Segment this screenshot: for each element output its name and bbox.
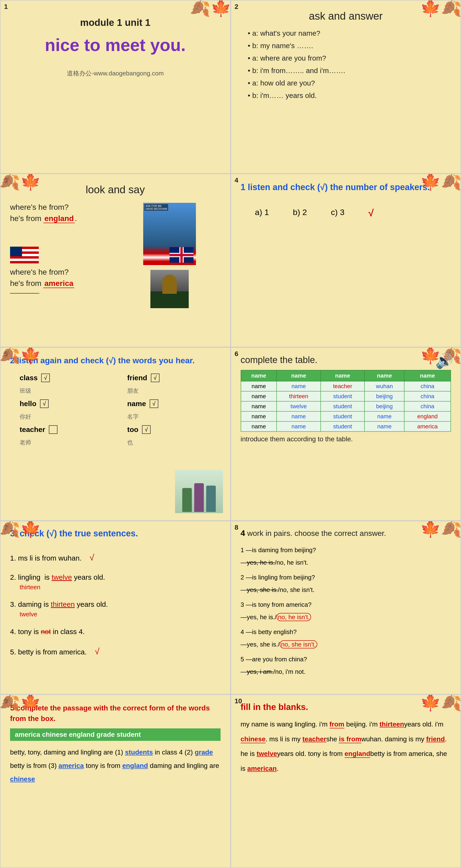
cell-number-8: 8: [235, 524, 239, 531]
vocabulary-table: name name name name name name name teach…: [241, 370, 451, 432]
cell-r4c3: student: [321, 411, 365, 422]
a1: —yes, he is./no, he isn't.: [241, 556, 451, 569]
option-b: b) 2: [293, 208, 307, 218]
cell-3: 3 🍂🍁 look and say where's he from? he's …: [0, 174, 230, 347]
answer-america: america: [58, 762, 84, 769]
cell-9: 9 🍂🍁 5 complete the passage with the cor…: [0, 694, 230, 868]
qa-5: 5 —are you from china? —yes, i am./no, i…: [241, 653, 451, 678]
cell-6: 6 🍁🍂 🔊 complete the table. name name nam…: [230, 347, 461, 521]
check-5: √: [95, 647, 99, 656]
sentence-3: 3. daming is thirteen years old. twelve: [10, 596, 221, 621]
cell-r4c5: england: [404, 411, 451, 422]
cell-number-6: 6: [235, 350, 239, 358]
table-row: name thirteen student beijing china: [241, 391, 451, 401]
cell-r2c5: china: [404, 391, 451, 401]
word-name: name: [127, 400, 146, 408]
people-illustration: [175, 470, 223, 513]
qa-section: 1 —is daming from beijing? —yes, he is./…: [241, 544, 451, 678]
website-footer: 道格办公-www.daogebangong.com: [10, 69, 221, 78]
cell-number-3: 3: [4, 177, 8, 184]
word-teacher: teacher: [20, 426, 45, 434]
table-row: name name student name america: [241, 422, 451, 432]
blank-line: [10, 293, 39, 293]
col-header-1: name: [241, 370, 277, 381]
cell-r5c3: student: [321, 422, 365, 432]
table-row: name name student name england: [241, 411, 451, 422]
a3: —yes, he is./no, he isn't.: [241, 611, 451, 623]
person-image-1: ASK FOR MEDAVID BECKHAM: [143, 203, 196, 265]
blank-american: american: [247, 765, 277, 772]
a4: —yes, she is./no, she isn't.: [241, 638, 451, 651]
cell-r3c5: china: [404, 401, 451, 411]
unit-subtitle: nice to meet you.: [10, 35, 221, 55]
word-row-hello: hello: [20, 399, 113, 408]
list-item: a: where are you from?: [245, 54, 451, 62]
cell-number-5: 5: [4, 350, 8, 358]
blank-teacher: teacher: [303, 735, 327, 743]
word-row-class: class: [20, 374, 113, 382]
cn-too: 也: [127, 439, 133, 446]
word-cn-teacher: 老师: [20, 439, 113, 446]
check-1: √: [90, 553, 94, 562]
work-pairs-text: work in pairs. choose the correct answer…: [247, 529, 386, 537]
work-pairs-title: 4 work in pairs. choose the correct answ…: [241, 528, 451, 538]
blank-england: england: [345, 750, 370, 758]
answer-grade: grade: [195, 748, 213, 756]
blank-friend: friend: [426, 735, 445, 743]
cell-8: 8 🍁🍂 4 work in pairs. choose the correct…: [230, 521, 461, 694]
speaker-icon: 🔊: [435, 352, 453, 369]
listen-again-text: listen again and check (√) the words you…: [17, 356, 194, 365]
word-hello: hello: [20, 400, 36, 408]
cell-r2c4: beijing: [365, 391, 404, 401]
cn-name: 名字: [127, 413, 139, 421]
a3-circle: no, he isn't.: [277, 613, 311, 621]
answer-england: england: [43, 214, 75, 223]
cell-r5c1: name: [241, 422, 277, 432]
checkbox-class[interactable]: [41, 374, 50, 382]
cell-number-10: 10: [235, 697, 242, 705]
checkbox-too[interactable]: [142, 425, 151, 434]
q3: 3 —is tony from america?: [241, 598, 451, 611]
checkbox-friend[interactable]: [151, 374, 159, 382]
check-true-title: 3. check (√) the true sentences.: [10, 528, 221, 538]
qa-2: 2 —is lingling from beijing? —yes, she i…: [241, 571, 451, 596]
list-item: a: what's your name?: [245, 29, 451, 37]
word-class: class: [20, 374, 38, 382]
cell-number-9: 9: [4, 697, 8, 705]
cell-7: 7 🍂🍁 3. check (√) the true sentences. 1.…: [0, 521, 230, 694]
cell-5: 5 🍂🍁 2 listen again and check (√) the wo…: [0, 347, 230, 521]
cell-r2c1: name: [241, 391, 277, 401]
cell-r1c4: wuhan: [365, 381, 404, 391]
q5: 5 —are you from china?: [241, 653, 451, 665]
flag-uk: [170, 247, 193, 263]
options-row: a) 1 b) 2 c) 3 √: [241, 208, 451, 218]
word-cn-name: 名字: [127, 413, 220, 421]
a2-strikethrough: yes, she is.: [247, 586, 278, 593]
sentence-4: 4. tony is not in class 4.: [10, 624, 221, 640]
look-say-right: ASK FOR MEDAVID BECKHAM: [119, 203, 220, 308]
checkbox-teacher[interactable]: [49, 425, 58, 434]
correction-2: thirteen: [20, 581, 221, 594]
cell-1: 1 🍂🍁 module 1 unit 1 nice to meet you. 道…: [0, 0, 230, 174]
a2: —yes, she is./no, she isn't.: [241, 584, 451, 596]
checkbox-name[interactable]: [150, 399, 158, 408]
cell-r5c2: name: [277, 422, 321, 432]
cell-number-7: 7: [4, 524, 8, 531]
task-num-4: 1: [241, 182, 245, 192]
cell-r1c1: name: [241, 381, 277, 391]
qa-list: a: what's your name? b: my name's ……. a:…: [241, 29, 451, 100]
cell-r2c2: thirteen: [277, 391, 321, 401]
answer-check-mark: √: [368, 208, 374, 218]
cell-r4c4: name: [365, 411, 404, 422]
table-row: name twelve student beijing china: [241, 401, 451, 411]
word-cn-friend: 朋友: [127, 387, 220, 395]
fill-blanks-text: my name is wang lingling. i'm from beiji…: [241, 717, 451, 776]
task-num-7: 3: [10, 528, 15, 538]
look-say-content: where's he from? he's from england. wher…: [10, 203, 221, 308]
checkbox-hello[interactable]: [40, 399, 49, 408]
cell-number-4: 4: [235, 177, 239, 184]
q4: 4 —is betty english?: [241, 626, 451, 638]
complete-passage-title: 5 complete the passage with the correct …: [10, 702, 221, 723]
sentence-1: 1. ms li is from wuhan. √: [10, 548, 221, 567]
ask-answer-title: ask and answer: [241, 10, 451, 22]
